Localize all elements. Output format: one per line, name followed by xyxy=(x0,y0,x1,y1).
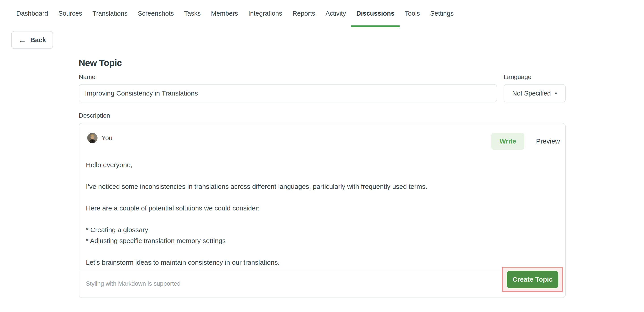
avatar-portrait-image xyxy=(87,133,98,143)
top-navigation: Dashboard Sources Translations Screensho… xyxy=(7,0,637,27)
language-field-group: Language Not Specified ▾ xyxy=(504,73,566,102)
editor-body: Hello everyone, I’ve noticed some incons… xyxy=(79,150,565,270)
nav-item-tools[interactable]: Tools xyxy=(400,0,425,27)
language-dropdown[interactable]: Not Specified ▾ xyxy=(504,84,566,102)
description-editor-panel: You Write Preview Hello everyone, I’ve n… xyxy=(79,123,566,298)
back-button-label: Back xyxy=(30,36,46,44)
description-textarea[interactable]: Hello everyone, I’ve noticed some incons… xyxy=(79,150,565,270)
markdown-hint: Styling with Markdown is supported xyxy=(86,280,180,287)
create-topic-button[interactable]: Create Topic xyxy=(507,271,558,288)
nav-item-reports[interactable]: Reports xyxy=(287,0,320,27)
editor-footer: Styling with Markdown is supported xyxy=(79,270,565,298)
language-selected-value: Not Specified xyxy=(512,90,551,97)
description-label: Description xyxy=(79,112,566,119)
language-label: Language xyxy=(504,73,566,81)
new-topic-form: New Topic Name Language Not Specified ▾ … xyxy=(79,58,566,298)
nav-item-screenshots[interactable]: Screenshots xyxy=(132,0,179,27)
nav-item-translations[interactable]: Translations xyxy=(87,0,132,27)
nav-item-activity[interactable]: Activity xyxy=(320,0,351,27)
name-language-row: Name Language Not Specified ▾ xyxy=(79,73,566,102)
nav-item-discussions[interactable]: Discussions xyxy=(351,0,400,27)
editor-header: You Write Preview xyxy=(79,123,565,150)
user-avatar xyxy=(87,133,98,143)
nav-item-settings[interactable]: Settings xyxy=(425,0,459,27)
author-row: You xyxy=(87,133,112,143)
tab-write[interactable]: Write xyxy=(491,133,524,150)
toolbar: ← Back xyxy=(7,27,637,53)
name-label: Name xyxy=(79,73,497,81)
tab-preview[interactable]: Preview xyxy=(536,133,560,150)
author-name: You xyxy=(102,134,112,142)
topic-name-input[interactable] xyxy=(79,84,497,102)
chevron-down-icon: ▾ xyxy=(555,91,557,96)
back-arrow-icon: ← xyxy=(18,36,26,44)
page-title: New Topic xyxy=(79,58,566,68)
create-topic-highlight-annotation: Create Topic xyxy=(502,267,563,292)
name-field-group: Name xyxy=(79,73,497,102)
editor-tabs: Write Preview xyxy=(491,133,560,150)
nav-item-members[interactable]: Members xyxy=(206,0,243,27)
nav-item-tasks[interactable]: Tasks xyxy=(179,0,206,27)
nav-item-integrations[interactable]: Integrations xyxy=(243,0,287,27)
back-button[interactable]: ← Back xyxy=(11,31,53,49)
nav-item-dashboard[interactable]: Dashboard xyxy=(11,0,53,27)
nav-item-sources[interactable]: Sources xyxy=(53,0,87,27)
